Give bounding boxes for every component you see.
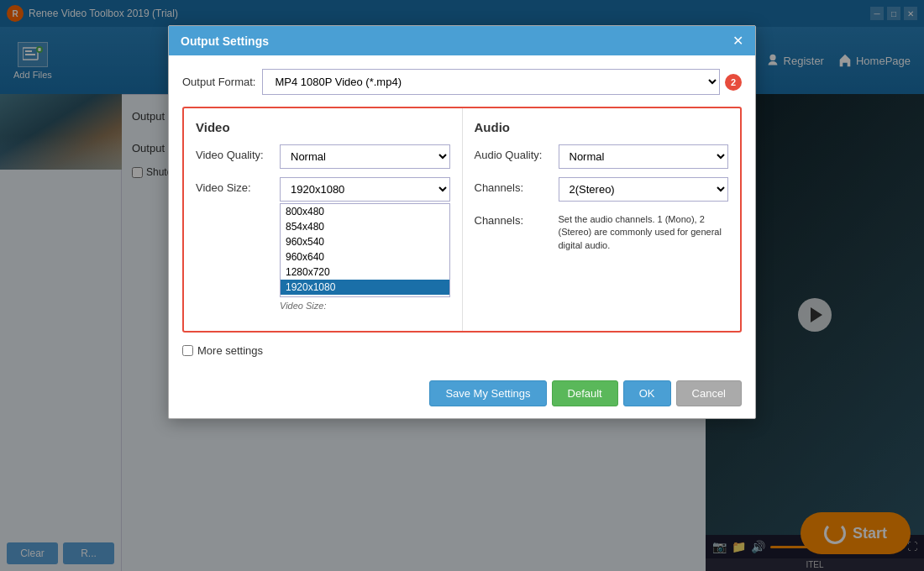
size-description: Video Size: — [280, 301, 450, 311]
channels-desc-text: Set the audio channels. 1 (Mono), 2 (Ste… — [559, 213, 729, 252]
size-option-854[interactable]: 854x480 — [281, 219, 449, 234]
size-option-960-540[interactable]: 960x540 — [281, 234, 449, 249]
audio-quality-row: Audio Quality: Normal — [475, 144, 729, 169]
more-settings-row: More settings — [182, 344, 742, 357]
size-option-800[interactable]: 800x480 — [281, 204, 449, 219]
video-quality-control: Normal — [280, 144, 450, 169]
format-select[interactable]: MP4 1080P Video (*.mp4) — [262, 69, 720, 95]
channels-control: 2(Stereo) — [559, 177, 729, 202]
audio-quality-control: Normal — [559, 144, 729, 169]
modal-title-bar: Output Settings ✕ — [169, 26, 755, 55]
modal-close-button[interactable]: ✕ — [732, 33, 743, 49]
video-size-label: Video Size: — [196, 177, 280, 194]
channels-select[interactable]: 2(Stereo) — [559, 177, 729, 202]
more-settings-checkbox[interactable] — [182, 345, 193, 356]
size-options-list[interactable]: 800x480 854x480 960x540 960x640 1280x720… — [281, 204, 449, 296]
channels-desc-row: Channels: Set the audio channels. 1 (Mon… — [475, 210, 729, 252]
modal-body: Output Format: MP4 1080P Video (*.mp4) 2… — [169, 55, 755, 380]
output-settings-modal: Output Settings ✕ Output Format: MP4 108… — [168, 25, 756, 419]
va-container: Video Video Quality: Normal — [182, 107, 742, 333]
modal-title: Output Settings — [181, 34, 269, 48]
size-dropdown-list: 800x480 854x480 960x540 960x640 1280x720… — [280, 203, 450, 297]
save-settings-button[interactable]: Save My Settings — [429, 380, 546, 406]
more-settings-label: More settings — [197, 344, 263, 357]
video-size-control: 1920x1080 800x480 854x480 960x540 960x64… — [280, 177, 450, 311]
cancel-button[interactable]: Cancel — [676, 380, 742, 406]
format-label: Output Format: — [182, 76, 255, 88]
modal-footer: Save My Settings Default OK Cancel — [169, 380, 755, 418]
app-window: R Renee Video Toolbox 2019 (Trial) ─ □ ✕ — [0, 0, 924, 571]
channels-label: Channels: — [475, 177, 559, 194]
video-size-row: Video Size: 1920x1080 800x480 854x480 — [196, 177, 450, 311]
video-quality-label: Video Quality: — [196, 144, 280, 161]
size-option-960-640[interactable]: 960x640 — [281, 249, 449, 265]
video-size-select[interactable]: 1920x1080 — [280, 177, 450, 202]
channels-desc-label: Channels: — [475, 210, 559, 227]
video-quality-select[interactable]: Normal — [280, 144, 450, 169]
audio-section: Audio Audio Quality: Normal — [463, 108, 741, 331]
channels-row: Channels: 2(Stereo) — [475, 177, 729, 202]
size-option-1920[interactable]: 1920x1080 — [281, 280, 449, 295]
default-button[interactable]: Default — [552, 380, 618, 406]
video-section: Video Video Quality: Normal — [184, 108, 463, 331]
video-section-title: Video — [196, 120, 450, 134]
step2-badge: 2 — [725, 74, 742, 91]
video-quality-row: Video Quality: Normal — [196, 144, 450, 169]
channels-description: Set the audio channels. 1 (Mono), 2 (Ste… — [559, 210, 729, 252]
audio-quality-label: Audio Quality: — [475, 144, 559, 161]
audio-section-title: Audio — [475, 120, 729, 134]
ok-button[interactable]: OK — [623, 380, 671, 406]
modal-overlay: Output Settings ✕ Output Format: MP4 108… — [0, 0, 924, 571]
audio-quality-select[interactable]: Normal — [559, 144, 729, 169]
size-option-1280[interactable]: 1280x720 — [281, 265, 449, 280]
format-row: Output Format: MP4 1080P Video (*.mp4) 2 — [182, 69, 742, 95]
size-option-keep[interactable]: Keep original — [281, 295, 449, 296]
